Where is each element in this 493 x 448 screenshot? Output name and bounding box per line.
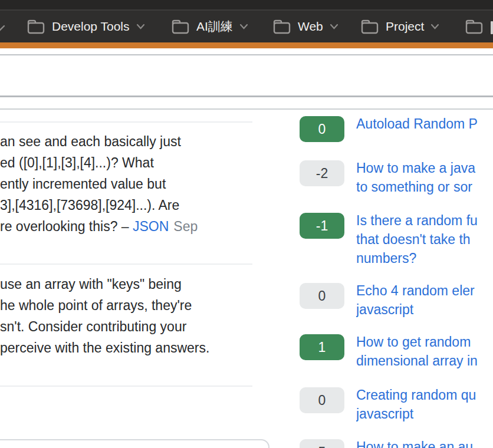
comment-author-link[interactable]: JSON <box>133 219 169 234</box>
comment-separator <box>0 121 252 123</box>
comment-text-line: use an array with "keys" being <box>0 274 259 295</box>
comment-text-line: 3],[4316],[73698],[924]...). Are <box>0 195 259 216</box>
comment-date: Sep <box>173 219 198 234</box>
bookmark-folder-develop-tools[interactable]: Develop Tools <box>27 11 145 42</box>
bookmark-folder-label: Develop Tools <box>52 19 130 34</box>
comment: an see and each basically just ed ([0],[… <box>0 131 259 237</box>
comment-text-line: an see and each basically just <box>0 131 259 152</box>
comment-text-line: perceive with the existing answers. <box>0 337 259 358</box>
chevron-down-icon <box>0 24 5 34</box>
related-question-link[interactable]: Echo 4 random eler javascript <box>356 281 493 319</box>
comment-text-line: ed ([0],[1],[3],[4]...)? What <box>0 152 259 173</box>
vote-count-badge: 0 <box>300 116 344 142</box>
comment-text-fragment: re overlooking this? – <box>0 219 133 234</box>
folder-icon <box>272 19 291 35</box>
folder-icon <box>171 19 190 35</box>
comment-separator <box>0 263 252 265</box>
vote-count-badge: 0 <box>300 387 344 413</box>
related-question-link[interactable]: How to make a java to something or sor <box>356 159 493 196</box>
related-question-link[interactable]: Creating random qu javascript <box>356 386 493 423</box>
bookmark-folder-label: AI訓練 <box>196 18 233 35</box>
chevron-down-icon <box>239 24 248 29</box>
related-question-link[interactable]: How to get random dimensional array in <box>356 332 493 370</box>
vote-count-badge: -1 <box>300 213 344 239</box>
comment-text-line: ently incremented value but <box>0 173 259 195</box>
vote-count-badge: -2 <box>300 160 344 186</box>
vote-count-badge: 0 <box>300 283 344 309</box>
browser-window: Develop Tools AI訓練 Web <box>0 0 493 448</box>
comment-text-line: he whole point of arrays, they're <box>0 295 259 316</box>
comment-text-line: sn't. Consider contributing your <box>0 316 259 337</box>
comment: use an array with "keys" being he whole … <box>0 274 259 358</box>
related-question-link[interactable]: How to make an au <box>356 437 493 448</box>
vote-count-badge: 1 <box>300 334 344 360</box>
related-question-link[interactable]: Autoload Random P <box>356 114 493 133</box>
folder-icon <box>27 19 45 35</box>
chevron-down-icon <box>136 24 145 29</box>
bookmark-folder-ai-training[interactable]: AI訓練 <box>171 11 248 42</box>
related-questions-list: 0 Autoload Random P -2 How to make a jav… <box>300 0 493 448</box>
comment-separator <box>0 386 252 387</box>
related-question-link[interactable]: Is there a random fu that doesn't take t… <box>356 211 493 268</box>
add-comment-input[interactable] <box>0 439 269 448</box>
comment-text-line: re overlooking this? – JSONSep <box>0 216 259 237</box>
vote-count-badge: 5 <box>300 439 344 448</box>
